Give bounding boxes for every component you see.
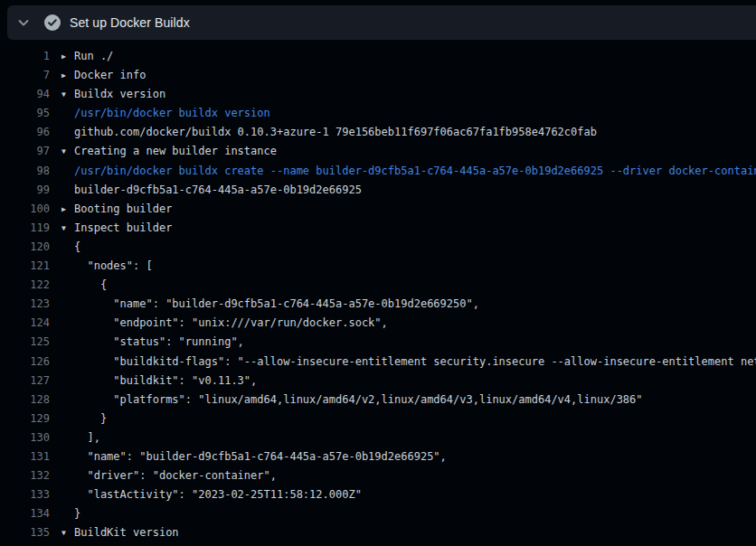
- log-text: "lastActivity": "2023-02-25T11:58:12.000…: [74, 485, 362, 504]
- log-row: 133 "lastActivity": "2023-02-25T11:58:12…: [0, 485, 756, 504]
- log-text: github.com/docker/buildx 0.10.3+azure-1 …: [74, 123, 597, 142]
- log-group-row[interactable]: 1 ▶ Run ./: [0, 47, 756, 66]
- log-text: "name": "builder-d9cfb5a1-c764-445a-a57e…: [74, 447, 447, 466]
- line-number[interactable]: 125: [0, 333, 50, 352]
- log-row: 122 {: [0, 276, 756, 295]
- line-number[interactable]: 97: [0, 142, 50, 161]
- log-text: Inspect builder: [74, 219, 172, 238]
- log-text: Run ./: [74, 47, 113, 66]
- log-text: Booting builder: [74, 200, 172, 219]
- log-group-row[interactable]: 7 ▶ Docker info: [0, 66, 756, 85]
- log-row: 121 "nodes": [: [0, 257, 756, 276]
- triangle-down-icon[interactable]: ▼: [61, 85, 74, 104]
- log-text: "status": "running",: [74, 333, 244, 352]
- log-text: {: [74, 238, 80, 257]
- group-toggle-icon: [61, 181, 74, 200]
- group-toggle-icon: [61, 123, 74, 142]
- line-number[interactable]: 95: [0, 104, 50, 123]
- line-number[interactable]: 129: [0, 410, 50, 428]
- log-text: }: [74, 504, 80, 523]
- step-title: Set up Docker Buildx: [70, 15, 190, 30]
- triangle-down-icon[interactable]: ▼: [61, 142, 74, 161]
- log-group-row[interactable]: 97 ▼ Creating a new builder instance: [0, 142, 756, 161]
- log-text: /usr/bin/docker buildx version: [74, 104, 270, 123]
- group-toggle-icon: [61, 276, 74, 295]
- group-toggle-icon: [61, 485, 74, 504]
- line-number[interactable]: 134: [0, 504, 50, 523]
- group-toggle-icon: [61, 372, 74, 391]
- group-toggle-icon: [61, 104, 74, 123]
- check-circle-icon: [43, 14, 61, 32]
- log-group-row[interactable]: 135 ▼ BuildKit version: [0, 523, 756, 542]
- triangle-down-icon[interactable]: ▼: [61, 219, 74, 238]
- log-group-row[interactable]: 94 ▼ Buildx version: [0, 85, 756, 104]
- actions-log-viewer: Set up Docker Buildx 1 ▶ Run ./ 7 ▶ Dock…: [0, 0, 756, 546]
- chevron-down-icon[interactable]: [16, 15, 31, 30]
- log-row: 125 "status": "running",: [0, 333, 756, 352]
- triangle-right-icon[interactable]: ▶: [61, 200, 74, 219]
- log-row: 131 "name": "builder-d9cfb5a1-c764-445a-…: [0, 447, 756, 466]
- line-number[interactable]: 1: [0, 47, 50, 66]
- log-text: Docker info: [74, 66, 146, 85]
- group-toggle-icon: [61, 428, 74, 447]
- line-number[interactable]: 123: [0, 295, 50, 314]
- log-text: {: [74, 276, 107, 295]
- log-text: builder-d9cfb5a1-c764-445a-a57e-0b19d2e6…: [74, 542, 427, 546]
- line-number[interactable]: 121: [0, 257, 50, 276]
- log-lines: 1 ▶ Run ./ 7 ▶ Docker info 94 ▼ Buildx v…: [0, 47, 756, 546]
- log-row: 127 "buildkit": "v0.11.3",: [0, 372, 756, 391]
- log-text: }: [74, 410, 107, 428]
- line-number[interactable]: 127: [0, 372, 50, 391]
- group-toggle-icon: [61, 162, 74, 181]
- line-number[interactable]: 135: [0, 523, 50, 542]
- group-toggle-icon: [61, 542, 74, 546]
- line-number[interactable]: 130: [0, 428, 50, 447]
- log-text: "platforms": "linux/amd64,linux/amd64/v2…: [74, 391, 643, 410]
- line-number[interactable]: 100: [0, 200, 50, 219]
- group-toggle-icon: [61, 353, 74, 372]
- log-row: 99 builder-d9cfb5a1-c764-445a-a57e-0b19d…: [0, 181, 756, 200]
- log-row: 128 "platforms": "linux/amd64,linux/amd6…: [0, 391, 756, 410]
- log-text: Creating a new builder instance: [74, 142, 277, 161]
- log-row: 126 "buildkitd-flags": "--allow-insecure…: [0, 353, 756, 372]
- line-number[interactable]: 7: [0, 66, 50, 85]
- triangle-down-icon[interactable]: ▼: [61, 523, 74, 542]
- log-row: 134 }: [0, 504, 756, 523]
- log-text: "driver": "docker-container",: [74, 466, 277, 485]
- log-text: BuildKit version: [74, 523, 179, 542]
- line-number[interactable]: 128: [0, 391, 50, 410]
- triangle-right-icon[interactable]: ▶: [61, 66, 74, 85]
- log-row: 129 }: [0, 410, 756, 428]
- line-number[interactable]: 124: [0, 314, 50, 333]
- line-number[interactable]: 136: [0, 542, 50, 546]
- group-toggle-icon: [61, 238, 74, 257]
- step-header[interactable]: Set up Docker Buildx: [7, 5, 756, 40]
- line-number[interactable]: 122: [0, 276, 50, 295]
- line-number[interactable]: 120: [0, 238, 50, 257]
- log-text: ],: [74, 428, 100, 447]
- log-text: Buildx version: [74, 85, 165, 104]
- line-number[interactable]: 98: [0, 162, 50, 181]
- line-number[interactable]: 96: [0, 123, 50, 142]
- group-toggle-icon: [61, 391, 74, 410]
- log-row: 95 /usr/bin/docker buildx version: [0, 104, 756, 123]
- triangle-right-icon[interactable]: ▶: [61, 47, 74, 66]
- log-group-row[interactable]: 119 ▼ Inspect builder: [0, 219, 756, 238]
- line-number[interactable]: 99: [0, 181, 50, 200]
- log-row: 132 "driver": "docker-container",: [0, 466, 756, 485]
- log-row: 120 {: [0, 238, 756, 257]
- group-toggle-icon: [61, 333, 74, 352]
- line-number[interactable]: 131: [0, 447, 50, 466]
- log-text: builder-d9cfb5a1-c764-445a-a57e-0b19d2e6…: [74, 181, 362, 200]
- line-number[interactable]: 94: [0, 85, 50, 104]
- log-group-row[interactable]: 100 ▶ Booting builder: [0, 200, 756, 219]
- log-text: /usr/bin/docker buildx create --name bui…: [74, 162, 756, 181]
- line-number[interactable]: 126: [0, 353, 50, 372]
- log-row: 96 github.com/docker/buildx 0.10.3+azure…: [0, 123, 756, 142]
- log-text: "nodes": [: [74, 257, 153, 276]
- line-number[interactable]: 119: [0, 219, 50, 238]
- log-row: 98 /usr/bin/docker buildx create --name …: [0, 162, 756, 181]
- log-text: "buildkit": "v0.11.3",: [74, 372, 257, 391]
- line-number[interactable]: 133: [0, 485, 50, 504]
- line-number[interactable]: 132: [0, 466, 50, 485]
